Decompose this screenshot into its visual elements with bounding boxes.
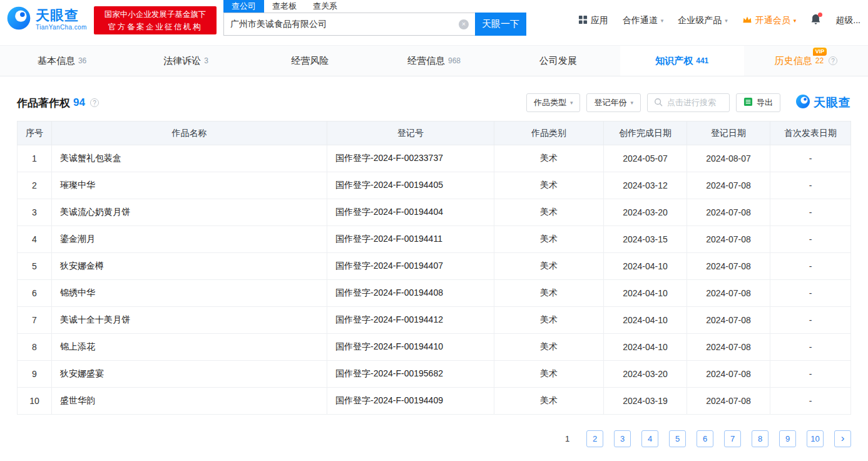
page-button-2[interactable]: 2	[586, 430, 603, 447]
cell-registration-date: 2024-07-08	[687, 361, 770, 388]
cell-category: 美术	[494, 361, 604, 388]
table-row: 10盛世华韵国作登字-2024-F-00194409美术2024-03-1920…	[18, 388, 851, 415]
page-button-4[interactable]: 4	[641, 430, 658, 447]
table-row: 7美诚十全十美月饼国作登字-2024-F-00194412美术2024-04-1…	[18, 307, 851, 334]
nav-tab-history-info[interactable]: 历史信息 VIP 22 ?	[744, 46, 868, 76]
column-header: 创作完成日期	[604, 122, 687, 145]
cell-registration-no: 国作登字-2024-F-00194408	[327, 280, 494, 307]
company-section-nav: 基本信息 36 法律诉讼 3 经营风险 经营信息 968 公司发展 知识产权 4…	[0, 45, 868, 76]
cell-first-publish-date: -	[770, 253, 851, 280]
cell-create-date: 2024-03-15	[604, 226, 687, 253]
nav-tab-intellectual-property[interactable]: 知识产权 441	[620, 46, 744, 76]
search-tab-company[interactable]: 查公司	[223, 0, 264, 13]
cell-registration-no: 国作登字-2024-F-00194409	[327, 388, 494, 415]
cell-registration-no: 国作登字-2024-F-00194405	[327, 172, 494, 199]
cell-registration-date: 2024-08-07	[687, 145, 770, 172]
cell-first-publish-date: -	[770, 226, 851, 253]
chevron-down-icon: ▾	[661, 18, 664, 24]
page-button-3[interactable]: 3	[614, 430, 631, 447]
page-button-6[interactable]: 6	[697, 430, 713, 447]
crown-icon	[742, 16, 752, 26]
page-button-1[interactable]: 1	[559, 430, 576, 447]
cell-index: 1	[18, 145, 52, 172]
cell-index: 5	[18, 253, 52, 280]
main-content: 作品著作权 94 ? 作品类型 ▾ 登记年份 ▾ 点击进行搜索	[0, 93, 868, 447]
nav-tab-company-development[interactable]: 公司发展	[496, 46, 620, 76]
next-page-button[interactable]: ›	[834, 430, 851, 447]
nav-tab-legal[interactable]: 法律诉讼 3	[124, 46, 248, 76]
nav-tab-count: 3	[204, 56, 208, 65]
page-button-8[interactable]: 8	[752, 430, 768, 447]
cell-first-publish-date: -	[770, 199, 851, 226]
cell-registration-no: 国作登字-2024-F-00194411	[327, 226, 494, 253]
help-icon[interactable]: ?	[90, 98, 99, 107]
cell-work-name: 璀璨中华	[52, 172, 327, 199]
cell-category: 美术	[494, 334, 604, 361]
badge-line-2: 官方备案企业征信机构	[108, 21, 202, 33]
menu-apps[interactable]: 应用	[578, 15, 608, 26]
search-button[interactable]: 天眼一下	[475, 13, 526, 36]
cell-work-name: 盛世华韵	[52, 388, 327, 415]
table-row: 8锦上添花国作登字-2024-F-00194410美术2024-04-10202…	[18, 334, 851, 361]
cell-create-date: 2024-03-19	[604, 388, 687, 415]
cell-create-date: 2024-03-12	[604, 172, 687, 199]
nav-tab-basic-info[interactable]: 基本信息 36	[0, 46, 124, 76]
filter-registration-year-label: 登记年份	[594, 97, 626, 108]
nav-tab-label: 基本信息	[38, 55, 75, 67]
filter-registration-year[interactable]: 登记年份 ▾	[586, 93, 641, 112]
menu-enterprise[interactable]: 企业级产品 ▾	[678, 15, 728, 26]
tianyancha-logo[interactable]: 天眼查 TianYanCha.com	[6, 6, 87, 33]
table-search-box[interactable]: 点击进行搜索	[647, 93, 730, 112]
notifications-bell[interactable]	[810, 14, 821, 27]
menu-open-vip-label: 开通会员	[755, 15, 790, 26]
cell-registration-no: 国作登字-2024-F-00194412	[327, 307, 494, 334]
menu-enterprise-label: 企业级产品	[678, 15, 722, 26]
cell-registration-date: 2024-07-08	[687, 253, 770, 280]
column-header: 作品类别	[494, 122, 604, 145]
nav-tab-label: 经营风险	[291, 55, 329, 67]
filter-work-type[interactable]: 作品类型 ▾	[526, 93, 581, 112]
search-tabs: 查公司 查老板 查关系	[223, 0, 526, 13]
cell-index: 9	[18, 361, 52, 388]
export-button[interactable]: 导出	[736, 93, 780, 112]
page-button-5[interactable]: 5	[669, 430, 686, 447]
cell-first-publish-date: -	[770, 334, 851, 361]
table-row: 2璀璨中华国作登字-2024-F-00194405美术2024-03-12202…	[18, 172, 851, 199]
search-tab-boss[interactable]: 查老板	[264, 0, 305, 13]
clear-icon[interactable]: ×	[459, 19, 469, 29]
menu-open-vip[interactable]: 开通会员 ▾	[742, 15, 797, 26]
cell-create-date: 2024-04-10	[604, 334, 687, 361]
cell-first-publish-date: -	[770, 388, 851, 415]
cell-first-publish-date: -	[770, 361, 851, 388]
page-button-7[interactable]: 7	[724, 430, 741, 447]
brand-domain: TianYanCha.com	[36, 24, 87, 31]
page-button-10[interactable]: 10	[807, 430, 824, 447]
cell-registration-date: 2024-07-08	[687, 226, 770, 253]
cell-create-date: 2024-04-10	[604, 253, 687, 280]
page-button-9[interactable]: 9	[779, 430, 796, 447]
cell-category: 美术	[494, 172, 604, 199]
export-button-label: 导出	[757, 97, 773, 108]
chevron-down-icon: ▾	[794, 18, 797, 24]
menu-super-vip[interactable]: 超级...	[835, 15, 860, 26]
search-input[interactable]	[230, 19, 459, 29]
badge-line-1: 国家中小企业发展子基金旗下	[105, 8, 207, 21]
cell-index: 4	[18, 226, 52, 253]
cell-registration-no: 国作登字-2024-F-00195682	[327, 361, 494, 388]
help-icon[interactable]: ?	[829, 56, 837, 65]
search-block: 查公司 查老板 查关系 × 天眼一下	[223, 0, 526, 36]
cell-create-date: 2024-05-07	[604, 145, 687, 172]
cell-registration-date: 2024-07-08	[687, 199, 770, 226]
nav-tab-business-risk[interactable]: 经营风险	[248, 46, 372, 76]
column-header: 序号	[18, 122, 52, 145]
table-row: 5狄安娜金樽国作登字-2024-F-00194407美术2024-04-1020…	[18, 253, 851, 280]
cell-create-date: 2024-03-20	[604, 361, 687, 388]
nav-tab-business-info[interactable]: 经营信息 968	[372, 46, 496, 76]
menu-cooperation[interactable]: 合作通道 ▾	[623, 15, 664, 26]
tianyancha-watermark-icon	[795, 94, 810, 111]
search-tab-relation[interactable]: 查关系	[305, 0, 345, 13]
table-header-row: 序号作品名称登记号作品类别创作完成日期登记日期首次发表日期	[18, 122, 851, 145]
cell-work-name: 美诚蟹礼包装盒	[52, 145, 327, 172]
column-header: 登记号	[327, 122, 494, 145]
cell-category: 美术	[494, 226, 604, 253]
